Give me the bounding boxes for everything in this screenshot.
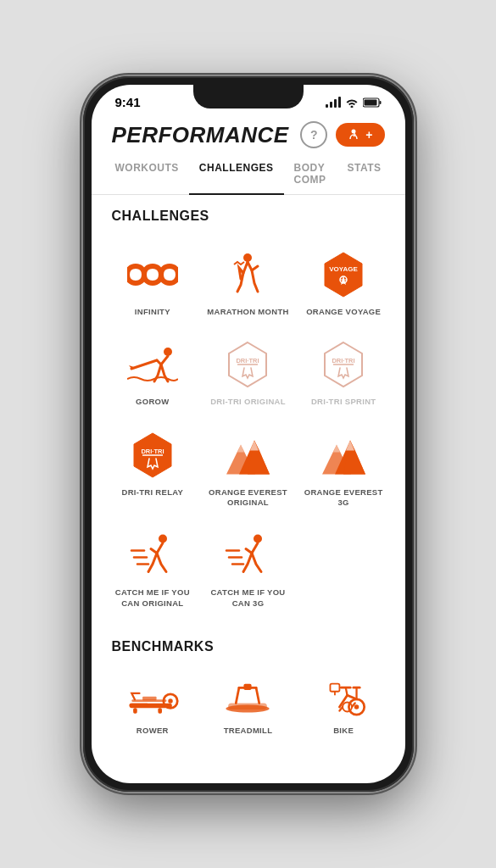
challenge-label: CATCH ME IF YOU CAN ORIGINAL bbox=[112, 587, 194, 609]
dritri-sprint-icon: DRI·TRI bbox=[316, 337, 371, 392]
svg-rect-18 bbox=[142, 696, 156, 700]
challenges-section-title: CHALLENGES bbox=[92, 195, 405, 231]
add-button[interactable]: + bbox=[336, 123, 384, 147]
svg-point-17 bbox=[168, 698, 172, 703]
list-item[interactable]: GOROW bbox=[105, 327, 201, 417]
bike-icon bbox=[316, 678, 371, 721]
list-item[interactable]: ORANGE EVEREST ORIGINAL bbox=[200, 418, 296, 519]
rower-icon bbox=[125, 678, 180, 721]
svg-text:DRI·TRI: DRI·TRI bbox=[141, 448, 164, 455]
list-item[interactable]: DRI·TRI DRI-TRI SPRINT bbox=[296, 327, 392, 417]
challenge-label: ORANGE VOYAGE bbox=[306, 307, 381, 317]
dritri-original-icon: DRI·TRI bbox=[220, 337, 275, 392]
svg-rect-19 bbox=[133, 708, 137, 713]
app-content: PERFORMANCE ? + bbox=[92, 113, 405, 774]
list-item[interactable]: DRI·TRI DRI-TRI ORIGINAL bbox=[200, 327, 296, 417]
infinity-icon bbox=[125, 248, 180, 302]
list-item[interactable]: MARATHON MONTH bbox=[200, 237, 296, 327]
signal-icon bbox=[326, 97, 341, 108]
challenge-label: ORANGE EVEREST ORIGINAL bbox=[207, 487, 289, 509]
catch-3g-icon bbox=[220, 528, 275, 582]
help-button[interactable]: ? bbox=[300, 121, 327, 148]
tab-workouts[interactable]: WORKOUTS bbox=[105, 155, 189, 194]
gorow-icon bbox=[125, 337, 180, 392]
phone-wrapper: 9:41 bbox=[0, 0, 496, 868]
list-item[interactable]: VOYAGE ORANGE VOYAGE bbox=[296, 237, 392, 327]
benchmark-label: ROWER bbox=[137, 726, 169, 735]
tab-challenges[interactable]: CHALLENGES bbox=[189, 155, 284, 194]
svg-point-26 bbox=[343, 703, 352, 712]
svg-text:VOYAGE: VOYAGE bbox=[329, 265, 358, 273]
svg-text:DRI·TRI: DRI·TRI bbox=[332, 357, 355, 364]
svg-rect-14 bbox=[129, 704, 148, 707]
challenge-label: GOROW bbox=[136, 397, 170, 407]
everest-original-icon bbox=[220, 428, 275, 482]
add-label: + bbox=[365, 128, 372, 142]
wifi-icon bbox=[345, 97, 359, 108]
svg-rect-20 bbox=[158, 708, 162, 713]
benchmarks-grid: ROWER bbox=[92, 661, 405, 752]
list-item[interactable]: ROWER bbox=[105, 668, 201, 745]
svg-point-25 bbox=[354, 704, 359, 709]
phone-screen: 9:41 bbox=[92, 85, 405, 783]
list-item[interactable]: CATCH ME IF YOU CAN ORIGINAL bbox=[105, 518, 201, 619]
tab-body-comp[interactable]: BODY COMP bbox=[284, 155, 337, 194]
svg-rect-22 bbox=[229, 704, 268, 709]
voyage-icon: VOYAGE bbox=[316, 248, 371, 302]
list-item[interactable]: CATCH ME IF YOU CAN 3G bbox=[200, 518, 296, 619]
list-item[interactable]: INFINITY bbox=[105, 237, 201, 327]
list-item[interactable]: BIKE bbox=[296, 668, 392, 745]
tab-stats[interactable]: STATS bbox=[337, 155, 391, 194]
treadmill-icon bbox=[220, 678, 275, 721]
page-title: PERFORMANCE bbox=[112, 122, 289, 148]
challenge-label: MARATHON MONTH bbox=[207, 307, 288, 317]
benchmarks-section-title: BENCHMARKS bbox=[92, 626, 405, 661]
svg-point-7 bbox=[164, 348, 172, 356]
benchmark-label: BIKE bbox=[333, 726, 354, 735]
svg-point-4 bbox=[243, 253, 252, 262]
header-actions: ? + bbox=[300, 121, 384, 148]
challenge-label: CATCH ME IF YOU CAN 3G bbox=[207, 587, 289, 609]
notch bbox=[193, 85, 304, 108]
phone-frame: 9:41 bbox=[83, 76, 414, 792]
nav-tabs: WORKOUTS CHALLENGES BODY COMP STATS bbox=[92, 155, 405, 195]
challenge-label: DRI-TRI RELAY bbox=[121, 487, 183, 498]
header: PERFORMANCE ? + bbox=[92, 113, 405, 155]
challenge-label: DRI-TRI ORIGINAL bbox=[210, 397, 286, 407]
challenge-label: DRI-TRI SPRINT bbox=[311, 397, 376, 407]
list-item[interactable]: DRI·TRI DRI-TRI RELAY bbox=[105, 418, 201, 519]
status-time: 9:41 bbox=[115, 95, 141, 109]
challenges-grid: INFINITY bbox=[92, 231, 405, 626]
everest-3g-icon bbox=[316, 428, 371, 482]
dritri-relay-icon: DRI·TRI bbox=[125, 428, 180, 482]
list-item[interactable]: TREADMILL bbox=[200, 668, 296, 745]
battery-icon bbox=[363, 97, 382, 108]
svg-text:DRI·TRI: DRI·TRI bbox=[237, 357, 259, 364]
challenge-label: INFINITY bbox=[135, 307, 170, 317]
svg-rect-27 bbox=[331, 684, 340, 692]
svg-rect-23 bbox=[244, 684, 252, 690]
status-icons bbox=[326, 97, 382, 108]
marathon-icon bbox=[220, 248, 275, 302]
list-item[interactable]: ORANGE EVEREST 3G bbox=[296, 418, 392, 519]
challenge-label: ORANGE EVEREST 3G bbox=[303, 487, 385, 509]
svg-rect-1 bbox=[379, 101, 381, 104]
runner-add-icon bbox=[348, 128, 361, 142]
catch-original-icon bbox=[125, 528, 180, 582]
benchmark-label: TREADMILL bbox=[224, 726, 273, 735]
svg-rect-2 bbox=[364, 99, 376, 105]
